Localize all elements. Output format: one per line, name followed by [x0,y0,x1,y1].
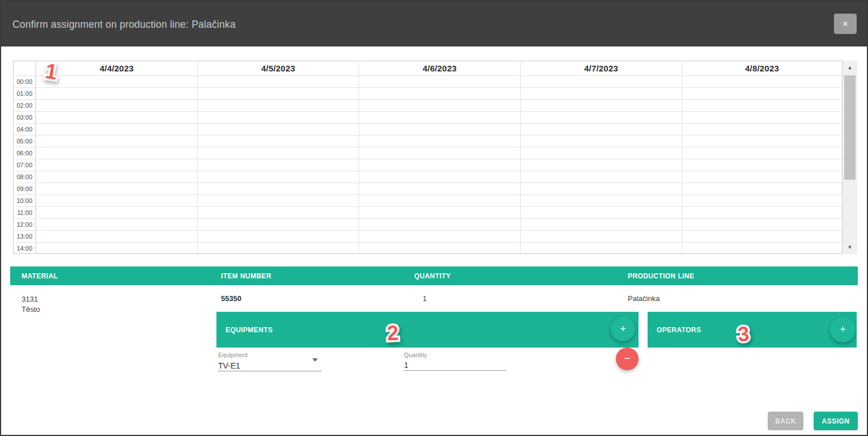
calendar-cell[interactable] [682,76,842,87]
calendar-cell[interactable] [520,207,682,218]
calendar-cell[interactable] [359,171,520,183]
calendar-cell[interactable] [520,159,682,171]
calendar-cell[interactable] [359,207,520,218]
chevron-down-icon[interactable] [312,358,318,362]
calendar-cell[interactable] [359,183,520,194]
calendar-cell[interactable] [520,231,682,242]
calendar-cell[interactable] [197,231,359,242]
calendar-cell[interactable] [36,147,197,159]
calendar-cell[interactable] [197,207,359,218]
calendar-time-label: 09:00 [14,183,36,194]
calendar-cell[interactable] [682,243,842,254]
calendar-cell[interactable] [36,243,197,254]
add-operator-button[interactable]: + [830,317,856,342]
back-button[interactable]: BACK [768,412,803,430]
calendar-cell[interactable] [520,195,682,206]
calendar-cell[interactable] [197,136,359,147]
calendar-cell[interactable] [520,100,682,111]
calendar-cell[interactable] [359,159,520,171]
calendar-cell[interactable] [36,100,197,111]
plus-icon: + [620,323,626,335]
calendar-cell[interactable] [197,195,359,206]
scrollbar-thumb[interactable] [844,75,856,180]
calendar-cell[interactable] [36,231,197,242]
calendar-cell[interactable] [682,124,842,135]
calendar-cell[interactable] [520,171,682,183]
calendar-cell[interactable] [197,171,359,183]
calendar-cell[interactable] [359,88,520,99]
calendar-cell[interactable] [36,76,197,87]
calendar-cell[interactable] [359,100,520,111]
calendar-cell[interactable] [197,147,359,159]
calendar-date-header: 4/6/2023 [359,61,520,75]
add-equipment-button[interactable]: + [611,317,635,341]
calendar-cell[interactable] [520,76,682,87]
equipment-quantity-input[interactable] [404,359,506,371]
equipment-select[interactable]: TV-E1 [218,361,240,370]
calendar-cell[interactable] [682,171,842,183]
calendar-cell[interactable] [359,195,520,206]
calendar-cell[interactable] [197,88,359,99]
calendar-cell[interactable] [197,219,359,230]
calendar-cell[interactable] [682,195,842,206]
calendar-cell[interactable] [359,243,520,254]
calendar-time-label: 01:00 [14,88,36,99]
calendar-cell[interactable] [197,243,359,254]
calendar-cell[interactable] [520,112,682,123]
calendar-time-label: 02:00 [14,100,36,111]
calendar-row: 05:00 [14,135,842,147]
calendar-cell[interactable] [197,100,359,111]
calendar-cell[interactable] [36,124,197,135]
calendar-cell[interactable] [359,124,520,135]
calendar-cell[interactable] [197,183,359,194]
calendar-cell[interactable] [682,136,842,147]
calendar-cell[interactable] [682,231,842,242]
calendar-corner-cell [14,61,36,75]
calendar-scrollbar[interactable]: ▲ ▼ [843,61,857,254]
calendar-cell[interactable] [520,219,682,230]
calendar-cell[interactable] [682,100,842,111]
assign-button[interactable]: ASSIGN [814,412,858,430]
calendar-cell[interactable] [520,147,682,159]
calendar-cell[interactable] [359,219,520,230]
calendar-cell[interactable] [197,159,359,171]
calendar-row: 08:00 [14,171,842,183]
calendar-cell[interactable] [36,207,197,218]
calendar-cell[interactable] [36,219,197,230]
calendar-cell[interactable] [36,183,197,194]
calendar-cell[interactable] [36,88,197,99]
calendar-cell[interactable] [197,76,359,87]
calendar-cell[interactable] [520,136,682,147]
calendar-cell[interactable] [359,231,520,242]
calendar-time-label: 03:00 [14,112,36,123]
calendar-cell[interactable] [359,76,520,87]
calendar-cell[interactable] [36,136,197,147]
calendar-cell[interactable] [197,112,359,123]
calendar-cell[interactable] [682,147,842,159]
remove-equipment-button[interactable]: − [616,348,639,370]
calendar-cell[interactable] [36,171,197,183]
calendar-cell[interactable] [36,159,197,171]
close-button[interactable]: × [834,14,857,34]
calendar-cell[interactable] [682,112,842,123]
calendar-cell[interactable] [197,124,359,135]
calendar-cell[interactable] [520,124,682,135]
calendar-cell[interactable] [520,243,682,254]
scroll-down-icon[interactable]: ▼ [843,242,857,253]
calendar-cell[interactable] [359,136,520,147]
calendar-cell[interactable] [36,112,197,123]
calendar-time-label: 12:00 [14,219,36,230]
close-icon: × [843,19,848,28]
calendar-cell[interactable] [36,195,197,206]
calendar-cell[interactable] [682,88,842,99]
calendar-row: 07:00 [14,159,842,171]
calendar-cell[interactable] [682,207,842,218]
calendar-cell[interactable] [359,112,520,123]
calendar-cell[interactable] [682,159,842,171]
calendar-cell[interactable] [520,88,682,99]
calendar-cell[interactable] [682,219,842,230]
scroll-up-icon[interactable]: ▲ [843,62,857,73]
calendar-cell[interactable] [682,183,842,194]
calendar-cell[interactable] [359,147,520,159]
calendar-cell[interactable] [520,183,682,194]
